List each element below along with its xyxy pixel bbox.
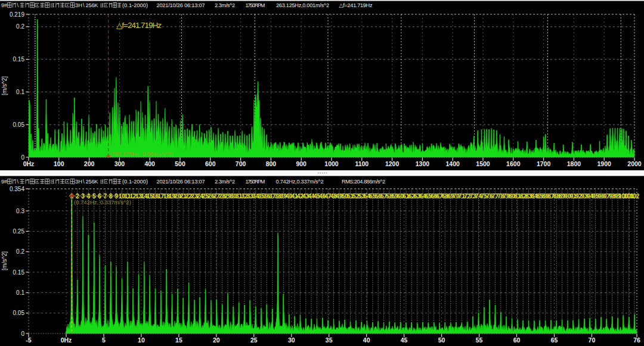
svg-text:0.2: 0.2 bbox=[16, 23, 24, 30]
svg-text:40: 40 bbox=[363, 336, 370, 344]
svg-text:0.3: 0.3 bbox=[16, 208, 24, 214]
svg-text:△f=241.719Hz: △f=241.719Hz bbox=[116, 21, 162, 30]
svg-text:(0.742Hz, 0.337m/s^2): (0.742Hz, 0.337m/s^2) bbox=[74, 199, 131, 205]
svg-text:0.1: 0.1 bbox=[16, 89, 24, 95]
svg-text:0.219: 0.219 bbox=[10, 11, 24, 18]
svg-text:2000: 2000 bbox=[627, 160, 642, 167]
svg-text:1500: 1500 bbox=[476, 160, 490, 167]
svg-text:0.354: 0.354 bbox=[10, 186, 24, 192]
svg-text:263.125Hz,0.001m/s^2: 263.125Hz,0.001m/s^2 bbox=[276, 2, 329, 8]
svg-text:256K: 256K bbox=[86, 179, 99, 185]
svg-text:6: 6 bbox=[98, 193, 101, 200]
svg-text:600: 600 bbox=[205, 160, 216, 167]
svg-text:8: 8 bbox=[109, 193, 113, 200]
svg-text:-5: -5 bbox=[26, 336, 31, 344]
svg-text:5: 5 bbox=[102, 336, 106, 344]
svg-text:20: 20 bbox=[213, 336, 220, 344]
svg-text:2: 2 bbox=[76, 193, 79, 200]
svg-text:9#: 9# bbox=[1, 2, 8, 8]
svg-text:\: \ bbox=[17, 2, 19, 8]
svg-text:4: 4 bbox=[87, 193, 91, 200]
svg-text:60: 60 bbox=[513, 336, 521, 344]
svg-text:0.2: 0.2 bbox=[16, 248, 24, 255]
svg-text:9#: 9# bbox=[1, 179, 8, 185]
svg-text:65: 65 bbox=[551, 336, 558, 344]
svg-text:1600: 1600 bbox=[506, 160, 521, 167]
svg-text:\: \ bbox=[83, 2, 85, 8]
svg-text:2021/10/26 06:13:07: 2021/10/26 06:13:07 bbox=[157, 179, 205, 185]
svg-text:\: \ bbox=[17, 179, 19, 185]
svg-text:(263.125Hz, 0.001m/s^2): (263.125Hz, 0.001m/s^2) bbox=[110, 151, 173, 157]
svg-text:9: 9 bbox=[114, 193, 118, 200]
svg-text:0.15: 0.15 bbox=[13, 56, 25, 63]
svg-text:3H: 3H bbox=[75, 2, 82, 8]
svg-text:1900: 1900 bbox=[597, 160, 612, 167]
svg-text:[m/s^2]: [m/s^2] bbox=[1, 76, 8, 95]
svg-text:[m/s^2]: [m/s^2] bbox=[1, 251, 8, 270]
svg-text:1750RPM: 1750RPM bbox=[246, 2, 265, 8]
svg-text:25: 25 bbox=[250, 336, 258, 344]
svg-text:2.3m/s^2: 2.3m/s^2 bbox=[215, 2, 235, 8]
svg-text:0.742Hz,0.337m/s^2: 0.742Hz,0.337m/s^2 bbox=[276, 179, 324, 185]
svg-text:2021/10/26 06:13:07: 2021/10/26 06:13:07 bbox=[157, 2, 205, 8]
svg-text:(0.1-2000): (0.1-2000) bbox=[122, 2, 148, 8]
svg-text:1400: 1400 bbox=[446, 160, 460, 167]
svg-text:500: 500 bbox=[175, 160, 185, 167]
svg-text:300: 300 bbox=[114, 160, 125, 167]
svg-text:10: 10 bbox=[138, 336, 145, 344]
svg-text:800: 800 bbox=[266, 160, 277, 167]
svg-text:RMS:204.886m/s^2: RMS:204.886m/s^2 bbox=[342, 179, 385, 185]
svg-text:2.3m/s^2: 2.3m/s^2 bbox=[215, 179, 235, 185]
svg-text:0.25: 0.25 bbox=[13, 228, 25, 235]
svg-text:0: 0 bbox=[21, 154, 24, 161]
svg-text:1200: 1200 bbox=[385, 160, 400, 167]
svg-text:0.05: 0.05 bbox=[13, 121, 25, 128]
svg-text:3: 3 bbox=[81, 193, 85, 200]
svg-text:0Hz: 0Hz bbox=[61, 336, 72, 344]
svg-text:1800: 1800 bbox=[567, 160, 581, 167]
svg-text:256K: 256K bbox=[86, 2, 99, 8]
svg-text:\: \ bbox=[83, 179, 85, 185]
svg-text:3H: 3H bbox=[75, 179, 82, 185]
svg-text:70: 70 bbox=[589, 336, 596, 344]
svg-text:△f=241.719Hz: △f=241.719Hz bbox=[339, 2, 373, 8]
svg-text:76: 76 bbox=[633, 336, 640, 344]
svg-text:1750RPM: 1750RPM bbox=[246, 179, 265, 185]
svg-text:0.1: 0.1 bbox=[16, 289, 24, 296]
svg-text:1700: 1700 bbox=[537, 160, 551, 167]
svg-text:700: 700 bbox=[236, 160, 246, 167]
svg-text:102: 102 bbox=[630, 193, 640, 200]
svg-text:900: 900 bbox=[296, 160, 306, 167]
svg-text:5: 5 bbox=[92, 193, 96, 200]
svg-text:45: 45 bbox=[401, 336, 408, 344]
svg-text:(0.1-2000): (0.1-2000) bbox=[122, 179, 148, 185]
svg-text:1100: 1100 bbox=[355, 160, 369, 167]
svg-text:0Hz: 0Hz bbox=[23, 160, 35, 167]
svg-text:0: 0 bbox=[21, 331, 24, 337]
svg-text:50: 50 bbox=[438, 336, 445, 344]
svg-text:100: 100 bbox=[54, 160, 64, 167]
svg-text:15: 15 bbox=[175, 336, 182, 344]
svg-text:1000: 1000 bbox=[324, 160, 339, 167]
svg-text:400: 400 bbox=[144, 160, 155, 167]
svg-text:30: 30 bbox=[288, 336, 295, 344]
svg-text:0.05: 0.05 bbox=[13, 310, 25, 316]
svg-text:0.15: 0.15 bbox=[13, 269, 25, 276]
svg-text:35: 35 bbox=[326, 336, 333, 344]
svg-text:200: 200 bbox=[84, 160, 95, 167]
svg-text:1300: 1300 bbox=[416, 160, 430, 167]
svg-text:55: 55 bbox=[476, 336, 483, 344]
svg-text:7: 7 bbox=[104, 193, 107, 200]
